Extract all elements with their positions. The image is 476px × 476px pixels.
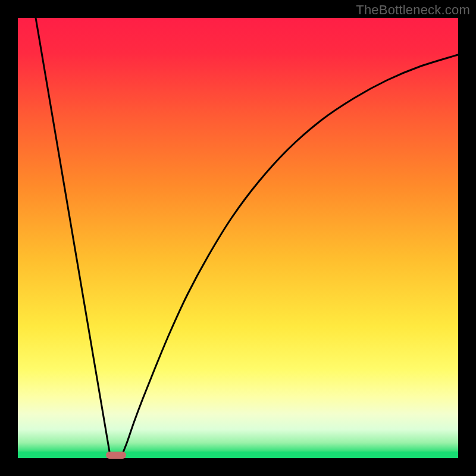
watermark-text: TheBottleneck.com	[356, 2, 470, 18]
optimum-marker	[106, 452, 126, 459]
bottleneck-chart	[18, 18, 458, 458]
gradient-background	[18, 18, 458, 458]
green-band	[18, 452, 458, 458]
plot-frame	[18, 18, 458, 458]
